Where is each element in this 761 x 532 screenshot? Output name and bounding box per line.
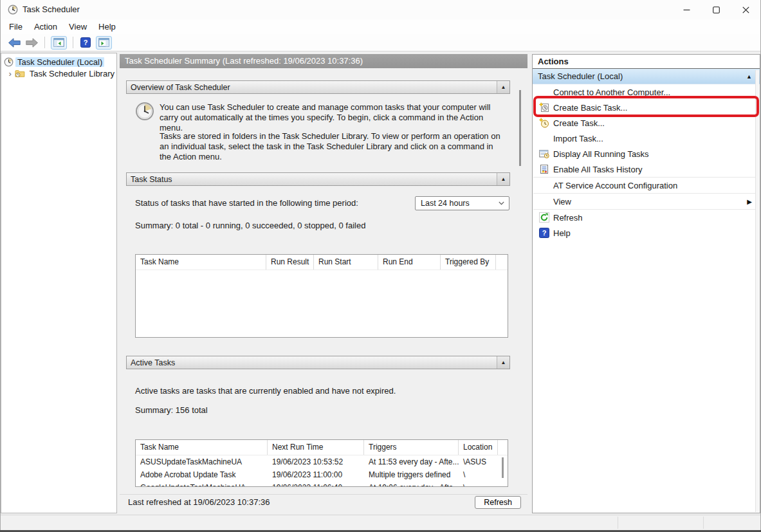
- action-help[interactable]: ? Help: [533, 225, 760, 241]
- cell: \: [459, 470, 498, 479]
- action-refresh[interactable]: Refresh: [533, 210, 760, 225]
- actions-panel-title: Actions: [533, 55, 760, 69]
- column-header[interactable]: Run End: [378, 255, 441, 270]
- minimize-icon: [683, 6, 690, 14]
- cell: 19/06/2023 11:00:00: [268, 470, 364, 479]
- close-button[interactable]: [731, 0, 760, 19]
- show-action-pane-icon: [98, 38, 109, 47]
- task-status-section-title: Task Status: [127, 175, 172, 184]
- column-header[interactable]: Task Name: [136, 255, 266, 270]
- tree-item-task-scheduler-library[interactable]: › Task Scheduler Library: [1, 68, 116, 79]
- refresh-button[interactable]: Refresh: [475, 496, 521, 509]
- summary-body: Overview of Task Scheduler ▲ You can use…: [120, 68, 527, 494]
- column-header-filler: [498, 440, 508, 455]
- maximize-icon: [713, 6, 720, 14]
- column-header[interactable]: Run Start: [314, 255, 378, 270]
- action-label: Import Task...: [552, 134, 603, 143]
- menu-bar: File Action View Help: [1, 19, 760, 34]
- toolbar-help-button[interactable]: ?: [79, 36, 92, 50]
- show-action-pane-button[interactable]: [96, 36, 112, 50]
- column-header[interactable]: Next Run Time: [268, 440, 364, 455]
- show-console-tree-icon: [53, 38, 64, 47]
- column-header[interactable]: Task Name: [136, 440, 268, 455]
- help-icon: ?: [80, 37, 91, 48]
- actions-group-header[interactable]: Task Scheduler (Local) ▲: [533, 69, 760, 84]
- column-header[interactable]: Location: [459, 440, 498, 455]
- task-status-table: Task Name Run Result Run Start Run End T…: [135, 254, 508, 338]
- actions-panel: Actions Task Scheduler (Local) ▲ Connect…: [532, 54, 760, 513]
- status-bar-separator: [703, 517, 704, 529]
- collapse-group-icon[interactable]: ▲: [746, 73, 752, 80]
- action-label: AT Service Account Configuration: [552, 181, 677, 190]
- toolbar-separator: [44, 37, 45, 48]
- task-status-table-header: Task Name Run Result Run Start Run End T…: [136, 255, 508, 270]
- time-period-dropdown[interactable]: Last 24 hours: [415, 196, 509, 210]
- column-header[interactable]: Run Result: [266, 255, 314, 270]
- menu-file[interactable]: File: [3, 21, 28, 33]
- action-view[interactable]: View ▶: [533, 194, 760, 209]
- svg-text:?: ?: [84, 39, 88, 46]
- action-label: Create Task...: [552, 118, 605, 128]
- action-display-all-running-tasks[interactable]: Display All Running Tasks: [533, 146, 760, 161]
- action-import-task[interactable]: Import Task...: [533, 131, 760, 146]
- summary-footer: Last refreshed at 19/06/2023 10:37:36 Re…: [120, 494, 527, 509]
- actions-scrollbar-track[interactable]: [755, 70, 759, 512]
- close-icon: [742, 6, 749, 14]
- display-running-tasks-icon: [539, 149, 549, 159]
- minimize-button[interactable]: [672, 0, 701, 19]
- menu-view[interactable]: View: [63, 21, 93, 33]
- overview-clock-icon: [135, 102, 154, 121]
- cell: At 11:53 every day - Afte...: [364, 457, 459, 466]
- title-bar: Task Scheduler: [1, 0, 760, 19]
- actions-group-title: Task Scheduler (Local): [538, 71, 623, 81]
- main-region: Task Scheduler (Local) › Task Scheduler …: [0, 51, 761, 515]
- cell: ASUSUpdateTaskMachineUA: [136, 457, 268, 466]
- tree-item-label: Task Scheduler Library: [28, 69, 116, 78]
- column-header[interactable]: Triggered By: [441, 255, 496, 270]
- cell: GoogleUpdateTaskMachineUA: [136, 483, 268, 487]
- active-tasks-section-title: Active Tasks: [127, 358, 175, 367]
- cell: 19/06/2023 10:53:52: [268, 457, 364, 466]
- column-header-filler: [496, 255, 508, 270]
- clock-app-icon: [8, 5, 18, 15]
- task-status-section-header: Task Status ▲: [126, 172, 510, 186]
- table-row[interactable]: ASUSUpdateTaskMachineUA 19/06/2023 10:53…: [136, 455, 508, 468]
- status-bar-separator: [618, 517, 618, 529]
- action-label: Help: [552, 228, 571, 238]
- collapse-task-status-button[interactable]: ▲: [497, 173, 509, 185]
- toolbar: ?: [1, 34, 760, 51]
- show-console-tree-button[interactable]: [51, 36, 67, 50]
- refresh-icon: [539, 212, 549, 223]
- active-tasks-table: Task Name Next Run Time Triggers Locatio…: [135, 439, 508, 487]
- tree-item-task-scheduler-local[interactable]: Task Scheduler (Local): [1, 56, 116, 68]
- action-label: Refresh: [552, 213, 583, 223]
- menu-help[interactable]: Help: [93, 21, 122, 33]
- last-refreshed-text: Last refreshed at 19/06/2023 10:37:36: [120, 497, 270, 507]
- action-at-service-account-configuration[interactable]: AT Service Account Configuration: [533, 178, 760, 193]
- forward-arrow-icon[interactable]: [26, 38, 38, 48]
- menu-action[interactable]: Action: [28, 21, 63, 33]
- task-status-summary: Summary: 0 total - 0 running, 0 succeede…: [135, 221, 365, 230]
- create-task-icon: [539, 118, 549, 128]
- task-scheduler-window: Task Scheduler File Action View Help: [0, 0, 761, 532]
- action-enable-all-tasks-history[interactable]: Enable All Tasks History: [533, 161, 760, 177]
- action-create-task[interactable]: Create Task...: [533, 115, 760, 131]
- active-tasks-section-header: Active Tasks ▲: [126, 356, 510, 369]
- maximize-button[interactable]: [701, 0, 731, 19]
- cell: \ASUS: [459, 457, 498, 466]
- annotation-highlight-create-basic-task: [533, 96, 759, 117]
- collapse-active-tasks-button[interactable]: ▲: [497, 356, 509, 369]
- action-label: View: [552, 197, 571, 206]
- cell: 19/06/2023 11:06:40: [268, 483, 364, 487]
- collapse-overview-button[interactable]: ▲: [497, 81, 509, 93]
- clock-icon: [4, 57, 14, 67]
- column-header[interactable]: Triggers: [364, 440, 459, 455]
- table-row[interactable]: Adobe Acrobat Update Task 19/06/2023 11:…: [136, 468, 508, 481]
- table-row[interactable]: GoogleUpdateTaskMachineUA 19/06/2023 11:…: [136, 481, 508, 487]
- time-period-value: Last 24 hours: [421, 199, 470, 208]
- summary-scrollbar-thumb[interactable]: [519, 90, 521, 166]
- table-scrollbar-thumb[interactable]: [502, 457, 504, 478]
- back-arrow-icon[interactable]: [8, 38, 21, 48]
- chevron-right-icon[interactable]: ›: [6, 69, 14, 78]
- summary-panel: Task Scheduler Summary (Last refreshed: …: [120, 54, 527, 509]
